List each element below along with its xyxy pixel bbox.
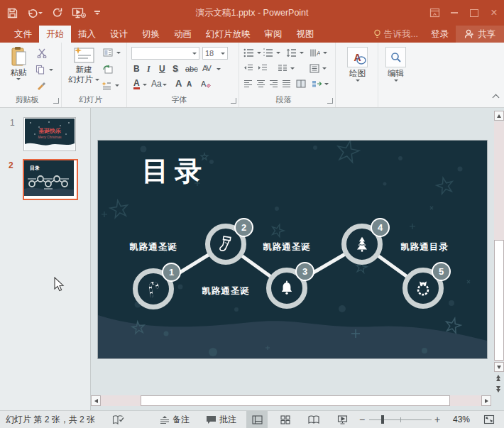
underline-button[interactable]: U <box>159 64 165 74</box>
increase-indent-button[interactable] <box>258 64 268 72</box>
horizontal-scrollbar[interactable] <box>91 395 491 406</box>
numbering-button[interactable] <box>263 48 280 57</box>
zoom-out-button[interactable]: − <box>359 411 365 428</box>
text-direction-button[interactable]: A <box>309 48 327 57</box>
slide-title[interactable]: 目录 <box>142 153 207 190</box>
reading-view-button[interactable] <box>303 411 324 428</box>
tell-me-box[interactable]: 告诉我... <box>368 26 424 43</box>
tab-file[interactable]: 文件 <box>7 26 39 43</box>
spell-check-button[interactable] <box>112 411 124 428</box>
numbering-icon <box>263 48 273 57</box>
vertical-scrollbar-thumb[interactable] <box>494 240 504 361</box>
notes-button[interactable]: 备注 <box>160 411 190 428</box>
slide-thumbnail-panel[interactable]: 1 圣诞快乐 Merry Christmas 2 目录 <box>0 108 91 410</box>
clear-formatting-button[interactable]: A <box>201 79 211 89</box>
zoom-slider-thumb[interactable] <box>381 415 384 424</box>
collapse-ribbon-button[interactable] <box>493 90 498 103</box>
tab-insert[interactable]: 插入 <box>71 26 103 43</box>
maximize-button[interactable] <box>464 0 484 26</box>
tab-design[interactable]: 设计 <box>103 26 135 43</box>
align-left-button[interactable] <box>243 79 253 88</box>
toc-badge-1[interactable]: 1 <box>162 263 181 282</box>
scroll-left-button[interactable] <box>91 395 101 406</box>
zoom-in-button[interactable]: + <box>434 411 440 428</box>
tab-slideshow[interactable]: 幻灯片放映 <box>199 26 258 43</box>
clipboard-dialog-launcher[interactable] <box>53 98 59 104</box>
strikethrough-button[interactable]: abc <box>185 65 198 73</box>
slideshow-view-button[interactable] <box>332 411 353 428</box>
change-case-button[interactable]: Aa <box>151 79 162 89</box>
previous-slide-button[interactable] <box>496 375 500 381</box>
slide-layout-button[interactable] <box>103 48 121 57</box>
toc-badge-4[interactable]: 4 <box>371 218 390 237</box>
fit-to-window-button[interactable] <box>483 411 495 428</box>
add-remove-columns-button[interactable] <box>296 79 306 88</box>
character-spacing-dropdown[interactable] <box>217 68 221 70</box>
toc-label-1[interactable]: 凯路通圣诞 <box>100 241 207 253</box>
font-color-button[interactable]: A <box>133 79 140 89</box>
line-spacing-button[interactable] <box>286 48 304 57</box>
cut-button[interactable] <box>37 48 47 58</box>
paste-button[interactable]: 粘贴 <box>4 46 33 80</box>
font-size-combo[interactable]: 18 <box>202 47 228 60</box>
horizontal-scrollbar-thumb[interactable] <box>141 395 450 406</box>
decrease-indent-button[interactable] <box>243 64 253 72</box>
scroll-right-button[interactable] <box>481 395 491 406</box>
italic-button[interactable]: I <box>147 64 150 75</box>
zoom-slider[interactable] <box>369 411 432 428</box>
grow-font-button[interactable]: A <box>175 78 182 89</box>
tab-animations[interactable]: 动画 <box>167 26 199 43</box>
align-center-button[interactable] <box>256 79 265 88</box>
format-painter-icon <box>36 81 46 91</box>
slide-1-thumbnail[interactable]: 圣诞快乐 Merry Christmas <box>23 117 76 151</box>
bold-button[interactable]: B <box>133 64 140 74</box>
shrink-font-button[interactable]: A <box>187 80 192 88</box>
vertical-scrollbar[interactable] <box>494 110 504 394</box>
normal-view-button[interactable] <box>246 411 268 428</box>
font-color-dropdown[interactable] <box>143 84 147 86</box>
tab-review[interactable]: 审阅 <box>258 26 290 43</box>
toc-badge-5[interactable]: 5 <box>432 262 451 281</box>
justify-button[interactable] <box>282 79 291 88</box>
columns-button[interactable] <box>278 64 295 72</box>
scroll-down-button[interactable] <box>494 362 504 372</box>
slide-sorter-view-button[interactable] <box>275 411 296 428</box>
toc-badge-2[interactable]: 2 <box>234 218 253 237</box>
toc-label-5[interactable]: 凯路通目录 <box>371 241 478 253</box>
editing-button[interactable]: 编辑 <box>385 47 406 82</box>
share-button[interactable]: 共享 <box>456 26 504 43</box>
ribbon-display-options-button[interactable] <box>424 0 444 26</box>
paragraph-dialog-launcher[interactable] <box>327 98 333 104</box>
bullets-button[interactable] <box>243 48 261 57</box>
tab-view[interactable]: 视图 <box>290 26 322 43</box>
comments-button[interactable]: 批注 <box>206 411 236 428</box>
tab-transitions[interactable]: 切换 <box>135 26 167 43</box>
format-painter-button[interactable] <box>36 81 46 91</box>
align-right-button[interactable] <box>269 79 278 88</box>
font-dialog-launcher[interactable] <box>231 98 236 104</box>
close-button[interactable]: × <box>484 0 504 26</box>
slide-2-thumbnail[interactable]: 目录 <box>23 159 78 200</box>
toc-badge-3[interactable]: 3 <box>295 262 314 281</box>
font-name-combo[interactable] <box>131 47 199 60</box>
text-shadow-button[interactable]: S <box>172 64 178 74</box>
tab-home[interactable]: 开始 <box>39 26 71 43</box>
next-slide-button[interactable] <box>496 386 500 393</box>
sign-in-button[interactable]: 登录 <box>424 26 456 43</box>
section-button[interactable] <box>102 81 119 90</box>
slide-canvas[interactable]: 目录 1 凯路通圣诞 2 凯路通圣诞 3 凯路通圣诞 4 5 凯路通目录 <box>97 140 488 359</box>
copy-button[interactable] <box>35 65 53 75</box>
reset-slide-button[interactable] <box>103 65 113 74</box>
slide-indicator[interactable]: 幻灯片 第 2 张，共 2 张 <box>6 411 95 428</box>
toc-label-2[interactable]: 凯路通圣诞 <box>172 285 279 297</box>
minimize-button[interactable] <box>444 0 464 26</box>
zoom-level[interactable]: 43% <box>453 411 470 428</box>
character-spacing-button[interactable]: AV <box>202 64 211 72</box>
change-case-dropdown[interactable] <box>163 84 167 86</box>
new-slide-button[interactable]: 新建 幻灯片 <box>67 46 100 84</box>
convert-smartart-button[interactable] <box>312 79 329 88</box>
toc-label-3[interactable]: 凯路通圣诞 <box>234 241 340 253</box>
scroll-up-button[interactable] <box>494 111 504 121</box>
drawing-button[interactable]: A 绘图 <box>347 47 368 82</box>
align-text-button[interactable] <box>309 64 327 73</box>
